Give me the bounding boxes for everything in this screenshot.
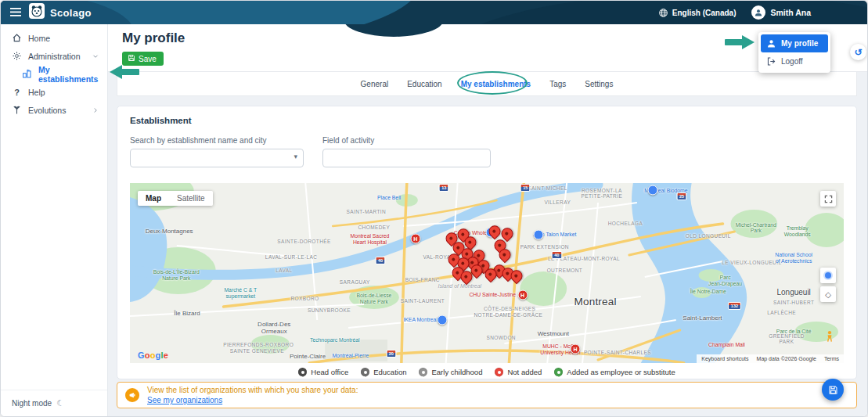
legend-item-education: Education (361, 368, 406, 376)
sidebar-item-my-establishments[interactable]: My establishments (1, 65, 107, 83)
blue-poi-marker[interactable] (533, 229, 543, 239)
main-area: My profile Save GeneralEducationMy estab… (108, 24, 867, 416)
location-dot-icon (825, 272, 831, 279)
logout-icon (766, 56, 776, 67)
map-type-control: Map Satellite (138, 191, 213, 206)
sidebar-item-label: Administration (28, 52, 81, 61)
save-button[interactable]: Save (122, 52, 164, 66)
blue-poi-marker[interactable] (438, 315, 448, 325)
avatar-icon (751, 5, 765, 20)
tab-general[interactable]: General (361, 80, 389, 88)
person-icon (766, 38, 776, 49)
tilt-control-button[interactable]: ◇ (820, 286, 836, 302)
activity-field-label: Field of activity (322, 136, 491, 145)
hamburger-button[interactable] (9, 5, 23, 20)
tab-bar: GeneralEducationMy establishmentsTagsSet… (117, 71, 857, 96)
sidebar: HomeAdministrationMy establishments?Help… (1, 24, 108, 416)
highway-shield: 132 (728, 302, 740, 310)
hospital-marker[interactable]: H (571, 343, 581, 354)
tab-tags[interactable]: Tags (549, 80, 566, 88)
chevron-down-icon: ▾ (294, 153, 297, 160)
field-of-activity-input[interactable] (322, 149, 491, 167)
globe-icon (658, 8, 668, 18)
legend-label: Not added (507, 368, 542, 376)
fullscreen-icon (824, 195, 833, 203)
sidebar-item-label: Help (28, 88, 45, 97)
blue-poi-marker[interactable] (648, 185, 658, 196)
fullscreen-button[interactable] (820, 191, 836, 207)
map-view-button[interactable]: Map (138, 191, 169, 206)
tab-settings[interactable]: Settings (585, 80, 613, 88)
user-chip[interactable]: Smith Ana (751, 5, 811, 20)
floppy-icon (828, 385, 838, 395)
establishment-search-select[interactable]: ▾ (130, 149, 304, 167)
user-menu-item-label: Logoff (781, 57, 803, 66)
help-icon: ? (12, 88, 22, 97)
user-dropdown-menu: My profileLogoff (758, 32, 830, 73)
pegman-icon (824, 330, 835, 343)
pegman-streetview-control[interactable] (824, 330, 835, 345)
language-label: English (Canada) (672, 9, 737, 17)
user-menu-item-logoff[interactable]: Logoff (761, 52, 828, 70)
highway-shield: 40 (376, 257, 386, 264)
legend-item-not-added: Not added (495, 368, 542, 376)
my-location-button[interactable] (820, 268, 836, 283)
google-logo-letter: g (156, 350, 161, 360)
brand-name: Scolago (50, 7, 92, 19)
highway-shield: 25 (676, 192, 686, 200)
sidebar-item-evolutions[interactable]: Evolutions (1, 101, 107, 119)
buildings-icon (22, 69, 32, 79)
map-legend: Head officeEducationEarly childhoodNot a… (117, 368, 856, 376)
hospital-marker[interactable]: H (517, 289, 528, 300)
hamburger-icon (10, 7, 21, 19)
search-field-label: Search by establishment name and city (130, 136, 304, 145)
moon-icon: ☾ (56, 398, 64, 408)
panda-logo-icon (29, 3, 45, 22)
legend-item-added-as-employee-or-substitute: Added as employee or substitute (554, 368, 675, 376)
see-my-organizations-link[interactable]: See my organizations (147, 396, 222, 404)
page-header: My profile Save (108, 24, 867, 72)
establishment-card: Establishment Search by establishment na… (117, 106, 857, 379)
sidebar-item-label: Home (28, 34, 50, 43)
sidebar-item-label: My establishments (38, 65, 99, 84)
floating-save-button[interactable] (822, 379, 844, 401)
legend-label: Education (373, 368, 406, 376)
user-menu-item-my-profile[interactable]: My profile (761, 34, 828, 52)
legend-label: Added as employee or substitute (567, 368, 675, 376)
tab-education[interactable]: Education (407, 80, 441, 88)
history-button[interactable]: ↺ (850, 44, 866, 60)
legend-marker (554, 368, 563, 376)
megaphone-icon (125, 388, 139, 402)
satellite-view-button[interactable]: Satellite (169, 191, 213, 206)
sidebar-item-home[interactable]: Home (1, 29, 107, 47)
language-selector[interactable]: English (Canada) (658, 8, 737, 18)
sidebar-item-help[interactable]: ?Help (1, 83, 107, 101)
establishment-card-title: Establishment (130, 116, 192, 125)
legend-label: Early childhood (431, 368, 482, 376)
tabs: GeneralEducationMy establishmentsTagsSet… (117, 72, 856, 95)
legend-marker (495, 368, 503, 376)
map-canvas[interactable]: Deux-MontagnesSAINTE-DOROTHÉECHOMEDEYMon… (130, 183, 844, 363)
sprout-icon (12, 105, 22, 115)
legend-marker (361, 368, 369, 376)
tab-my-establishments[interactable]: My establishments (461, 80, 531, 88)
user-menu-item-label: My profile (781, 39, 818, 48)
attribution-terms[interactable]: Terms (824, 356, 839, 361)
night-mode-label: Night mode (12, 399, 52, 408)
attribution-keyboard-shortcuts[interactable]: Keyboard shortcuts (701, 356, 748, 361)
app-window: Scolago English (Canada) Smith Ana Hom (0, 0, 868, 417)
gear-icon (12, 51, 22, 61)
google-logo-letter: G (138, 350, 145, 360)
activity-field: Field of activity (322, 136, 491, 167)
attribution-map-data-2026-google: Map data ©2026 Google (757, 356, 816, 361)
night-mode-toggle[interactable]: Night mode ☾ (1, 390, 107, 416)
save-label: Save (139, 55, 157, 63)
save-icon (128, 54, 135, 63)
legend-marker (298, 368, 307, 376)
chevron-right-icon (92, 106, 99, 114)
page-title: My profile (122, 31, 185, 46)
sidebar-item-administration[interactable]: Administration (1, 47, 107, 65)
highway-shield: 20 (386, 350, 396, 358)
hospital-marker[interactable]: H (410, 233, 420, 243)
legend-item-head-office: Head office (298, 368, 348, 376)
